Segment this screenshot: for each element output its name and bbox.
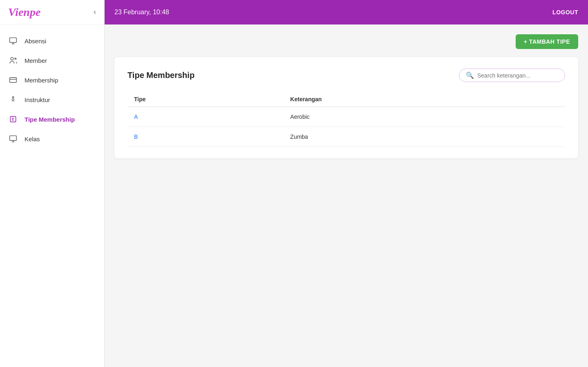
cell-tipe[interactable]: A bbox=[127, 107, 284, 127]
table-head: Tipe Keterangan bbox=[127, 92, 565, 107]
tambah-tipe-button[interactable]: + TAMBAH TIPE bbox=[516, 34, 578, 49]
logout-button[interactable]: LOGOUT bbox=[552, 9, 578, 16]
kelas-icon bbox=[8, 135, 18, 143]
logo: Vienpe bbox=[8, 6, 40, 19]
sidebar-item-absensi[interactable]: Absensi bbox=[0, 31, 104, 51]
sidebar-logo: Vienpe ‹ bbox=[0, 0, 104, 24]
search-icon: 🔍 bbox=[466, 71, 474, 79]
tipe-membership-card: Tipe Membership 🔍 Tipe Keterangan A Aero… bbox=[114, 57, 578, 158]
sidebar-collapse-button[interactable]: ‹ bbox=[94, 8, 96, 16]
card-title: Tipe Membership bbox=[127, 71, 195, 80]
svg-point-1 bbox=[11, 58, 13, 60]
header-datetime: 23 February, 10:48 bbox=[114, 9, 169, 16]
instruktur-icon bbox=[8, 96, 18, 104]
sidebar-item-label: Member bbox=[25, 57, 47, 64]
table-row: A Aerobic bbox=[127, 107, 565, 127]
sidebar-item-label: Absensi bbox=[25, 38, 46, 44]
sidebar-item-label: Instruktur bbox=[25, 96, 50, 103]
svg-rect-0 bbox=[10, 38, 17, 43]
cell-keterangan: Aerobic bbox=[284, 107, 565, 127]
svg-point-4 bbox=[12, 97, 13, 98]
search-box: 🔍 bbox=[459, 69, 565, 82]
sidebar-item-label: Kelas bbox=[25, 136, 40, 142]
sidebar: Vienpe ‹ Absensi Member Membership Instr… bbox=[0, 0, 105, 367]
svg-rect-6 bbox=[10, 136, 17, 141]
svg-point-2 bbox=[15, 58, 16, 59]
table-body: A Aerobic B Zumba bbox=[127, 107, 565, 147]
sidebar-item-instruktur[interactable]: Instruktur bbox=[0, 90, 104, 109]
member-icon bbox=[8, 56, 18, 65]
search-input[interactable] bbox=[477, 72, 558, 79]
sidebar-nav: Absensi Member Membership Instruktur Tip… bbox=[0, 24, 104, 367]
table-row: B Zumba bbox=[127, 127, 565, 147]
membership-icon bbox=[8, 76, 18, 84]
col-header-tipe: Tipe bbox=[127, 92, 284, 107]
sidebar-item-label: Membership bbox=[25, 77, 58, 84]
membership-table: Tipe Keterangan A Aerobic B Zumba bbox=[127, 92, 565, 147]
sidebar-item-label: Tipe Membership bbox=[25, 116, 75, 123]
sidebar-item-kelas[interactable]: Kelas bbox=[0, 129, 104, 149]
sidebar-item-member[interactable]: Member bbox=[0, 51, 104, 70]
absensi-icon bbox=[8, 37, 18, 45]
sidebar-item-tipe-membership[interactable]: Tipe Membership bbox=[0, 109, 104, 129]
cell-tipe[interactable]: B bbox=[127, 127, 284, 147]
col-header-keterangan: Keterangan bbox=[284, 92, 565, 107]
card-header: Tipe Membership 🔍 bbox=[127, 69, 565, 82]
main-content: + TAMBAH TIPE Tipe Membership 🔍 Tipe Ket… bbox=[105, 24, 588, 367]
sidebar-item-membership[interactable]: Membership bbox=[0, 70, 104, 90]
action-bar: + TAMBAH TIPE bbox=[114, 34, 578, 49]
tipe-membership-icon bbox=[8, 115, 18, 123]
cell-keterangan: Zumba bbox=[284, 127, 565, 147]
svg-rect-3 bbox=[10, 78, 17, 82]
